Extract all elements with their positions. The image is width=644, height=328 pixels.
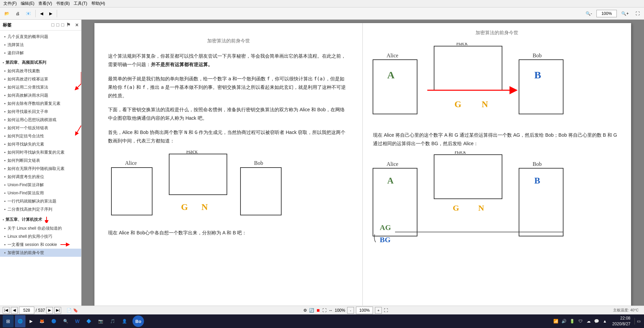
tray-antivirus-icon[interactable]: 🛡 xyxy=(577,318,584,325)
menu-tools[interactable]: 工具(T) xyxy=(72,1,89,6)
system-tray: 📶 🔊 🔋 🛡 ☁ 💬 ▲ 22:08 2020/8/27 ▭ xyxy=(553,315,641,327)
prev-page-btn[interactable]: ◀ xyxy=(11,307,18,314)
taskbar-app1[interactable]: 🦊 xyxy=(37,315,47,327)
tray-chat-icon[interactable]: 💬 xyxy=(593,318,600,325)
sidebar-item-label: 如何去除有序数组的重复元素 xyxy=(7,100,60,107)
bullet-icon: ▪ xyxy=(4,182,5,188)
temp-display: 主板温度: 40°C xyxy=(613,308,639,313)
sidebar-item-seat[interactable]: ▪ 如何调度考生的座位 xyxy=(0,173,81,181)
sidebar-item-reverselinkedlist[interactable]: ▪ 如何对一个组反转链表 xyxy=(0,124,81,132)
page-number-input[interactable] xyxy=(19,307,34,314)
toolbar-btn-open[interactable]: 📂 xyxy=(2,9,12,18)
tray-network-icon[interactable]: 📶 xyxy=(553,318,559,325)
toolbar-btn-print[interactable]: 🖨 xyxy=(13,9,22,18)
red-arrow-4 xyxy=(60,242,70,247)
tray-cloud-icon[interactable]: ☁ xyxy=(585,318,592,325)
taskbar-ie[interactable]: 🌐 xyxy=(15,315,25,327)
stop-icon[interactable]: ⏹ xyxy=(316,308,320,313)
taskbar-user[interactable]: 👤 xyxy=(119,315,130,327)
export-icon[interactable]: 📄 xyxy=(67,308,72,313)
sidebar-item-binarysearch[interactable]: ▪ 如何运用二分查找算法 xyxy=(0,83,81,91)
sidebar-section-ch5[interactable]: 第五章、计算机技术 xyxy=(0,215,81,224)
toolbar-btn-forward[interactable]: ▶ xyxy=(47,9,55,18)
sidebar-item-linux-shell1[interactable]: ▪ 关于 Linux shell 你必须知道的 xyxy=(0,224,81,232)
zoom-input[interactable] xyxy=(596,10,617,17)
zoom-in-btn[interactable]: 🔍+ xyxy=(619,9,631,18)
sidebar-item-missingdup[interactable]: ▪ 如何同时寻找缺失和重复的元素 xyxy=(0,148,81,156)
sidebar-item-shuffle[interactable]: ▪ 洗牌算法 xyxy=(0,41,81,49)
svg-text:G: G xyxy=(453,204,459,212)
menu-bookmark[interactable]: 书签(B) xyxy=(54,1,72,6)
taskbar-app6[interactable]: 🎵 xyxy=(107,315,118,327)
sidebar-item-checkers[interactable]: ▪ 如何运用心思想玩跳棋游戏 xyxy=(0,116,81,124)
sidebar-item-oneline[interactable]: ▪ 一行代码就能解决的算法题 xyxy=(0,197,81,205)
refresh-icon[interactable]: 🔄 xyxy=(309,308,314,313)
sidebar-item-crypto[interactable]: ▪ 加密算法的前身今世 xyxy=(0,249,81,257)
svg-rect-2 xyxy=(169,154,227,195)
zoom-out-status-btn[interactable]: - xyxy=(347,307,354,314)
taskbar-word[interactable]: W xyxy=(72,315,82,327)
sidebar-icon-flag[interactable]: ⚑ xyxy=(66,22,71,28)
sidebar-item-bssubseq[interactable]: ▪ 二分查找高效判定子序列 xyxy=(0,205,81,213)
sidebar-section-ch4[interactable]: 第四章、高频面试系列 xyxy=(0,58,81,67)
pdf-area[interactable]: 加密算法的前身今世 这个算法规则不算复杂，你甚至都可以找个朋友尝试一下共享秘密，… xyxy=(82,20,644,306)
sidebar-item-rainwater[interactable]: ▪ 如何高效解决雨水问题 xyxy=(0,91,81,99)
menu-edit[interactable]: 编辑(E) xyxy=(19,1,36,6)
last-page-btn[interactable]: ▶| xyxy=(54,307,61,314)
sidebar-item-bracket[interactable]: ▪ 如何判定括号合法性 xyxy=(0,132,81,140)
fullscreen-status-icon[interactable]: ⛶ xyxy=(384,308,388,313)
taskbar-app2[interactable]: 🔵 xyxy=(49,315,59,327)
sidebar-item-palindrome-list[interactable]: ▪ 如何判断回文链表 xyxy=(0,156,81,165)
sidebar-icon-new[interactable]: □ xyxy=(51,22,54,28)
sidebar-item-modexp[interactable]: ▪ 如何高效进行模幂运算 xyxy=(0,75,81,83)
sidebar-close-btn[interactable]: × xyxy=(75,22,78,28)
user-avatar[interactable]: Bo xyxy=(132,315,144,327)
show-desktop-icon[interactable]: ▭ xyxy=(634,318,641,325)
sidebar-item-missing[interactable]: ▪ 如何寻找缺失的元素 xyxy=(0,140,81,148)
sidebar-item-dedup[interactable]: ▪ 如何去除有序数组的重复元素 xyxy=(0,99,81,108)
toolbar-btn-email[interactable]: 📧 xyxy=(23,9,33,18)
sidebar-icon-save[interactable]: □ xyxy=(56,22,59,28)
zoom-status-input[interactable] xyxy=(356,307,373,314)
sidebar-icon-folder[interactable]: □ xyxy=(61,22,64,28)
sidebar-item-probability[interactable]: ▪ 几个反直觉的概率问题 xyxy=(0,33,81,41)
svg-text:Hack: Hack xyxy=(186,151,198,154)
avatar-initials: Bo xyxy=(136,319,141,324)
taskbar-app4[interactable]: 🔷 xyxy=(84,315,94,327)
left-page-title: 加密算法的前身今世 xyxy=(108,33,349,45)
sidebar-item-random-sample[interactable]: ▪ 如何在无限序列中随机抽取元素 xyxy=(0,165,81,173)
menu-help[interactable]: 帮助(H) xyxy=(89,1,107,6)
taskbar-app3[interactable]: 🔍 xyxy=(60,315,71,327)
bullet-icon: ▪ xyxy=(4,109,5,115)
sidebar-item-recursion[interactable]: ▪ 递归详解 xyxy=(0,49,81,57)
taskbar-app5[interactable]: 📷 xyxy=(95,315,106,327)
start-button[interactable]: ⊞ xyxy=(3,315,14,327)
sidebar-item-unionfind2[interactable]: ▪ Union-Find算法应用 xyxy=(0,189,81,197)
clock-display[interactable]: 22:08 2020/8/27 xyxy=(610,315,633,327)
status-bar: |◀ ◀ / 537 ▶ ▶| 📄 🔖 ⚙ 🔄 ⏹ ⛶ ↔ 100% - + ⛶… xyxy=(0,306,644,314)
sidebar-item-palindrome[interactable]: ▪ 如何寻找最长回文子串 xyxy=(0,108,81,116)
sidebar-item-session[interactable]: ▪ 一文看懂 session 和 cookie xyxy=(0,240,81,249)
zoom-out-btn[interactable]: 🔍- xyxy=(583,9,594,18)
fullscreen-btn[interactable]: ⛶ xyxy=(633,9,642,18)
sidebar-item-prime[interactable]: ▪ 如何高效寻找素数 xyxy=(0,67,81,75)
next-page-btn[interactable]: ▶ xyxy=(46,307,53,314)
first-page-btn[interactable]: |◀ xyxy=(3,307,10,314)
svg-text:Hack: Hack xyxy=(454,151,466,155)
sidebar-arrow-group-2: ▪ 如何对一个组反转链表 xyxy=(0,124,81,132)
settings-icon[interactable]: ⚙ xyxy=(303,308,307,313)
bookmark-icon[interactable]: 🔖 xyxy=(73,308,78,313)
menu-file[interactable]: 文件(F) xyxy=(1,1,19,6)
toolbar: 📂 🖨 📧 ◀ ▶ 🔍- 🔍+ ⛶ xyxy=(0,7,644,20)
toolbar-btn-back[interactable]: ◀ xyxy=(38,9,46,18)
zoom-in-status-btn[interactable]: + xyxy=(375,307,382,314)
tray-volume-icon[interactable]: 🔊 xyxy=(561,318,568,325)
taskbar-media[interactable]: ▶ xyxy=(27,315,35,327)
zoom-fit-icon[interactable]: ⛶ xyxy=(322,308,326,313)
tray-battery-icon[interactable]: 🔋 xyxy=(569,318,576,325)
menu-view[interactable]: 查看(V) xyxy=(36,1,54,6)
sidebar-item-linux-shell2[interactable]: ▪ Linux shell 的实用小技巧 xyxy=(0,232,81,240)
sidebar-item-unionfind1[interactable]: ▪ Union-Find算法详解 xyxy=(0,181,81,189)
zoom-width-icon[interactable]: ↔ xyxy=(328,308,333,313)
tray-more-icon[interactable]: ▲ xyxy=(602,318,608,325)
